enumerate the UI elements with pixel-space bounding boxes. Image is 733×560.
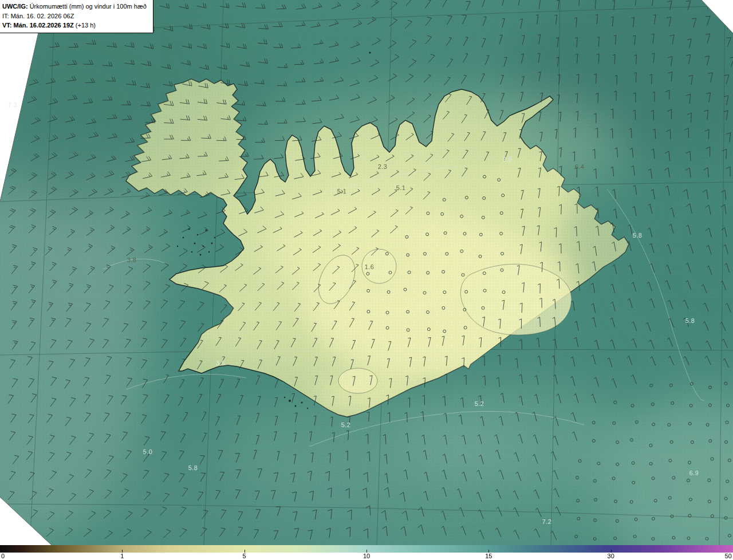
colorbar-tick-label: 1 <box>120 553 124 559</box>
colorbar: 01510153050 <box>0 545 733 560</box>
colorbar-gradient <box>0 545 733 553</box>
model-name: UWC/IG: <box>2 3 28 10</box>
colorbar-tick-label: 0 <box>1 553 5 559</box>
colorbar-tick-label: 30 <box>608 553 614 559</box>
model-title-line: UWC/IG: Úrkomumætti (mm) og vindur i 100… <box>2 2 148 11</box>
colorbar-tick-labels: 01510153050 <box>0 553 733 560</box>
halftone-texture <box>0 0 733 545</box>
colorbar-tick-label: 15 <box>485 553 492 559</box>
colorbar-tick-label: 5 <box>243 553 246 559</box>
valid-time: VT: Mán. 16.02.2026 19Z <box>2 22 74 29</box>
valid-time-line: VT: Mán. 16.02.2026 19Z (+13 h) <box>2 21 148 30</box>
product-title: Úrkomumætti (mm) og vindur i 100m hæð <box>28 3 147 10</box>
init-time-line: IT: Mán. 16. 02. 2026 06Z <box>2 11 148 21</box>
forecast-info-box: UWC/IG: Úrkomumætti (mm) og vindur i 100… <box>0 0 153 33</box>
init-time: IT: Mán. 16. 02. 2026 06Z <box>2 13 74 19</box>
colorbar-tick-label: 10 <box>363 553 370 559</box>
valid-offset: (+13 h) <box>74 22 96 29</box>
weather-map-viewport: 7.32.32.96.45.15.15.83.81.65.83.55.25.25… <box>0 0 733 560</box>
colorbar-tick-label: 50 <box>725 553 732 559</box>
weather-map <box>0 0 733 545</box>
map-area: 7.32.32.96.45.15.15.83.81.65.83.55.25.25… <box>0 0 733 545</box>
